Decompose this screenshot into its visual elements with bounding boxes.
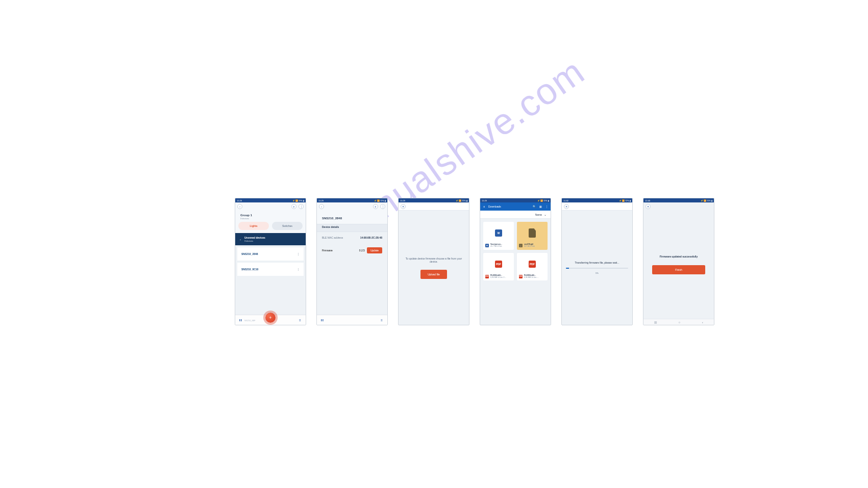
- file-tile[interactable]: W W Voorjaarsco... 41.7 KB 4 Feb: [483, 222, 514, 250]
- file-badge-icon: ▪: [519, 244, 523, 247]
- back-button[interactable]: ‹: [319, 204, 324, 209]
- filter-icon[interactable]: ≡: [373, 204, 378, 209]
- close-button[interactable]: ✕: [401, 204, 406, 209]
- more-icon[interactable]: ⋮: [380, 204, 385, 209]
- menu-icon[interactable]: ≡: [379, 318, 384, 323]
- pdf-badge-icon: PDF: [519, 275, 523, 278]
- value-firmware: 0.2.5: [359, 249, 365, 252]
- progress-bar: [566, 268, 628, 269]
- status-right: ⚡ 📶 72% ▮: [701, 199, 712, 202]
- screen-file-picker: 11:29 ⚡ 📶 72% ▮ ≡ Downloads 🔍 ▦ ⋮ Name ⌄…: [480, 198, 551, 325]
- device-row[interactable]: SNS210_0C10 ⋮: [237, 263, 304, 276]
- close-button[interactable]: ✕: [564, 204, 569, 209]
- close-bar: ✕: [562, 202, 632, 211]
- upload-file-button[interactable]: Upload file: [420, 270, 447, 279]
- file-meta: 41.7 KB 4 Feb: [490, 246, 502, 248]
- group-subtitle: 3 devices: [240, 217, 301, 220]
- device-details-header: Device details: [317, 224, 387, 232]
- menu-icon[interactable]: ≡: [297, 318, 303, 323]
- screen-upload-prompt: 11:29 ⚡ 📶 72% ▮ ✕ To update device firmw…: [398, 198, 469, 325]
- file-meta: 0,96 MB 14 Jan ...: [524, 277, 538, 279]
- sort-label: Name: [535, 213, 542, 216]
- word-icon: W: [495, 229, 502, 237]
- chart-icon[interactable]: ⫿⫿: [320, 318, 325, 323]
- search-icon[interactable]: 🔍: [532, 205, 536, 208]
- section-unzoned[interactable]: ⌄ Unzoned devices 3 devices: [235, 233, 306, 245]
- file-tile[interactable]: PDF PDF PLEXIGLAS... 0,96 MB 14 Jan 2...: [483, 253, 514, 281]
- top-nav: ‹ ≡ ⋮: [317, 202, 387, 211]
- faint-device-text: NS210_88F: [244, 319, 255, 322]
- view-grid-icon[interactable]: ▦: [538, 205, 542, 208]
- picker-toolbar: ≡ Downloads 🔍 ▦ ⋮: [480, 202, 551, 211]
- group-header: Group 1 3 devices: [235, 211, 306, 222]
- update-button[interactable]: Update: [367, 247, 382, 253]
- top-nav: ‹ ≡ ⋮: [235, 202, 306, 211]
- close-button[interactable]: ✕: [646, 204, 651, 209]
- status-right: ⚡ 📶 72% ▮: [537, 199, 549, 202]
- status-time: 12:40: [645, 199, 650, 202]
- success-message: Firmware updated successfully: [660, 255, 698, 258]
- row-mac-address: BLE MAC address 14:98:0B:2C:28:48: [317, 232, 387, 243]
- pdf-icon: PDF: [495, 261, 502, 268]
- file-icon: [529, 228, 536, 238]
- status-bar: 11:32 ⚡ 📶 72% ▮: [562, 198, 632, 202]
- sort-row[interactable]: Name ⌄: [480, 211, 551, 219]
- status-bar: 11:29 ⚡ 📶 72% ▮: [235, 198, 306, 202]
- filter-icon[interactable]: ≡: [291, 204, 296, 209]
- back-button[interactable]: ‹: [237, 204, 242, 209]
- status-time: 11:29: [482, 199, 487, 202]
- file-meta: 927 kB 4 Feb: [524, 246, 535, 248]
- home-icon[interactable]: ○: [679, 321, 681, 324]
- more-icon[interactable]: ⋮: [544, 205, 549, 208]
- status-time: 11:29: [400, 199, 405, 202]
- file-tile-selected[interactable]: ▪ sns210.gbl 927 kB 4 Feb: [517, 222, 548, 250]
- row-firmware: Firmware 0.2.5 Update: [317, 243, 387, 258]
- progress-percent: 5%: [596, 272, 599, 274]
- chevron-down-icon: ⌄: [544, 213, 547, 216]
- screens-row: 11:29 ⚡ 📶 72% ▮ ‹ ≡ ⋮ Group 1 3 devices …: [235, 198, 714, 325]
- chart-icon[interactable]: ⫿⫿: [238, 318, 243, 323]
- drawer-icon[interactable]: ≡: [482, 205, 486, 208]
- status-bar: 11:29 ⚡ 📶 72% ▮: [317, 198, 387, 202]
- status-time: 11:29: [237, 199, 242, 202]
- status-right: ⚡ 📶 72% ▮: [374, 199, 386, 202]
- back-icon[interactable]: ‹: [702, 321, 703, 324]
- file-meta: 0,96 MB 14 Jan 2...: [490, 277, 506, 279]
- file-grid: W W Voorjaarsco... 41.7 KB 4 Feb ▪ sns21…: [480, 219, 551, 284]
- pdf-icon: PDF: [529, 261, 536, 268]
- finish-button[interactable]: Finish: [652, 265, 706, 274]
- tab-lights[interactable]: Lights: [238, 222, 269, 230]
- tab-switches[interactable]: Switches: [272, 222, 303, 230]
- word-badge-icon: W: [485, 244, 489, 247]
- label-firmware: Firmware: [322, 249, 333, 252]
- status-right: ⚡ 📶 72% ▮: [456, 199, 467, 202]
- android-nav-bar: ||| ○ ‹: [643, 319, 714, 325]
- bottom-bar: ⫿⫿ ≡: [317, 315, 387, 325]
- picker-title: Downloads: [488, 205, 501, 208]
- more-icon[interactable]: ⋮: [299, 204, 304, 209]
- device-name: SNS210_0C10: [241, 268, 258, 271]
- section-subtitle: 3 devices: [244, 240, 265, 242]
- device-row[interactable]: SNS210_2848 ⋮: [237, 247, 304, 261]
- device-name: SNS210_2848: [241, 252, 258, 255]
- upload-message: To update device firmware choose a file …: [405, 257, 463, 264]
- status-time: 11:29: [318, 199, 324, 202]
- close-bar: ✕: [643, 202, 714, 211]
- row-more-icon[interactable]: ⋮: [297, 252, 300, 255]
- label-mac: BLE MAC address: [322, 236, 343, 239]
- value-mac: 14:98:0B:2C:28:48: [360, 236, 382, 239]
- screen-device-details: 11:29 ⚡ 📶 72% ▮ ‹ ≡ ⋮ SNS210_2848 Device…: [316, 198, 388, 325]
- success-body: Firmware updated successfully Finish: [643, 211, 714, 319]
- close-bar: ✕: [399, 202, 469, 211]
- status-time: 11:32: [563, 199, 568, 202]
- group-title: Group 1: [240, 214, 301, 217]
- progress-message: Transferring firmware file, please wait.…: [575, 261, 619, 265]
- device-title: SNS210_2848: [317, 211, 387, 224]
- recent-apps-icon[interactable]: |||: [654, 321, 657, 324]
- row-more-icon[interactable]: ⋮: [297, 268, 300, 271]
- status-bar: 11:29 ⚡ 📶 72% ▮: [480, 198, 551, 202]
- tabs: Lights Switches: [235, 222, 306, 233]
- fab-add-button[interactable]: +: [265, 313, 276, 323]
- file-tile[interactable]: PDF PDF PLEXIGLAS... 0,96 MB 14 Jan ...: [517, 253, 548, 281]
- progress-body: Transferring firmware file, please wait.…: [562, 211, 632, 325]
